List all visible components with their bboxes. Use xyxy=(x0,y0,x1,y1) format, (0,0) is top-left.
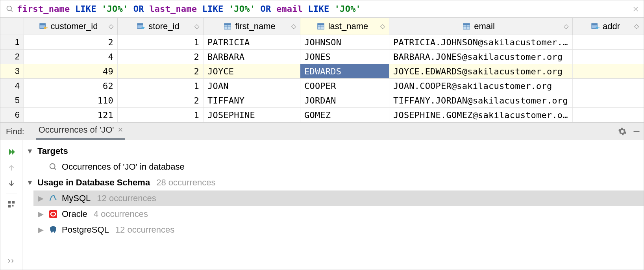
cell-first_name[interactable]: JOSEPHINE xyxy=(204,108,300,122)
cell-customer_id[interactable]: 110 xyxy=(24,93,118,107)
grid-header: customer_id◇store_id◇first_name◇last_nam… xyxy=(0,18,644,35)
cell-email[interactable]: JOAN.COOPER@sakilacustomer.org xyxy=(389,79,573,93)
column-header-addr[interactable]: addr◇ xyxy=(573,18,643,35)
column-header-store_id[interactable]: store_id◇ xyxy=(118,18,204,35)
svg-rect-31 xyxy=(8,205,10,207)
cell-last_name[interactable]: JONES xyxy=(300,50,389,64)
cell-store_id[interactable]: 1 xyxy=(118,108,204,122)
cell-email[interactable]: JOSEPHINE.GOMEZ@sakilacustomer.o… xyxy=(389,108,573,122)
cell-last_name[interactable]: JORDAN xyxy=(300,93,389,107)
svg-point-33 xyxy=(50,164,55,169)
tree-usage[interactable]: ▼ Usage in Database Schema 28 occurrence… xyxy=(22,175,644,190)
rerun-icon[interactable] xyxy=(4,145,19,159)
sort-icon[interactable]: ◇ xyxy=(564,26,568,27)
sort-icon[interactable]: ◇ xyxy=(194,26,199,27)
close-icon[interactable] xyxy=(631,4,640,14)
tree-targets[interactable]: ▼ Targets xyxy=(22,143,644,159)
tree-targets-item[interactable]: Occurrences of 'JO' in database xyxy=(33,159,644,175)
row-number: 4 xyxy=(0,79,24,93)
chevron-down-icon: ▼ xyxy=(26,147,33,155)
table-row[interactable]: 3492JOYCEEDWARDSJOYCE.EDWARDS@sakilacust… xyxy=(0,64,644,79)
cell-customer_id[interactable]: 121 xyxy=(24,108,118,122)
cell-addr[interactable] xyxy=(573,79,643,93)
previous-icon[interactable] xyxy=(4,161,19,175)
cell-customer_id[interactable]: 4 xyxy=(24,50,118,64)
column-header-first_name[interactable]: first_name◇ xyxy=(204,18,300,35)
column-header-customer_id[interactable]: customer_id◇ xyxy=(24,18,118,35)
column-header-email[interactable]: email◇ xyxy=(389,18,573,35)
column-header-last_name[interactable]: last_name◇ xyxy=(300,18,389,35)
cell-last_name[interactable]: EDWARDS xyxy=(300,64,389,78)
tree-source-postgresql[interactable]: ▶PostgreSQL12 occurrences xyxy=(33,222,644,238)
cell-first_name[interactable]: BARBARA xyxy=(204,50,300,64)
table-row[interactable]: 121PATRICIAJOHNSONPATRICIA.JOHNSON@sakil… xyxy=(0,35,644,50)
row-number: 6 xyxy=(0,108,24,122)
svg-rect-9 xyxy=(137,23,143,25)
cell-last_name[interactable]: JOHNSON xyxy=(300,35,389,49)
cell-store_id[interactable]: 1 xyxy=(118,79,204,93)
cell-customer_id[interactable]: 49 xyxy=(24,64,118,78)
cell-email[interactable]: BARBARA.JONES@sakilacustomer.org xyxy=(389,50,573,64)
tree-usage-count: 28 occurrences xyxy=(156,178,215,188)
cell-store_id[interactable]: 1 xyxy=(118,35,204,49)
cell-customer_id[interactable]: 2 xyxy=(24,35,118,49)
cell-addr[interactable] xyxy=(573,35,643,49)
tree-source-mysql[interactable]: ▶MySQL12 occurrences xyxy=(33,190,644,206)
cell-first_name[interactable]: TIFFANY xyxy=(204,93,300,107)
row-number: 3 xyxy=(0,64,24,78)
cell-store_id[interactable]: 2 xyxy=(118,64,204,78)
next-icon[interactable] xyxy=(4,176,19,190)
cell-store_id[interactable]: 2 xyxy=(118,50,204,64)
tree-targets-label: Targets xyxy=(37,146,68,156)
cell-first_name[interactable]: PATRICIA xyxy=(204,35,300,49)
svg-line-34 xyxy=(54,168,56,170)
sort-icon[interactable]: ◇ xyxy=(634,26,639,27)
svg-rect-5 xyxy=(39,23,45,25)
tree-usage-label: Usage in Database Schema xyxy=(37,178,150,188)
find-label: Find: xyxy=(6,127,24,136)
svg-point-35 xyxy=(51,196,52,197)
svg-rect-29 xyxy=(8,201,10,203)
svg-rect-11 xyxy=(144,27,146,28)
chevron-right-icon: ▶ xyxy=(37,194,44,203)
tree-source-oracle[interactable]: ▶Oracle4 occurrences xyxy=(33,206,644,222)
cell-email[interactable]: JOYCE.EDWARDS@sakilacustomer.org xyxy=(389,64,573,78)
sort-icon[interactable]: ◇ xyxy=(109,26,113,27)
postgres-icon xyxy=(48,225,58,235)
filter-input[interactable]: first_name LIKE 'JO%' OR last_name LIKE … xyxy=(17,4,631,14)
sort-icon[interactable]: ◇ xyxy=(291,26,296,27)
cell-addr[interactable] xyxy=(573,50,643,64)
find-tab[interactable]: Occurrences of 'JO' × xyxy=(36,123,126,140)
table-row[interactable]: 242BARBARAJONESBARBARA.JONES@sakilacusto… xyxy=(0,50,644,64)
chevron-down-icon: ▼ xyxy=(26,179,33,187)
cell-addr[interactable] xyxy=(573,64,643,78)
cell-email[interactable]: PATRICIA.JOHNSON@sakilacustomer.… xyxy=(389,35,573,49)
cell-first_name[interactable]: JOAN xyxy=(204,79,300,93)
search-icon xyxy=(4,4,15,15)
cell-store_id[interactable]: 2 xyxy=(118,93,204,107)
row-num-header xyxy=(0,18,24,35)
find-tab-title: Occurrences of 'JO' xyxy=(39,125,114,135)
cell-addr[interactable] xyxy=(573,93,643,107)
svg-rect-25 xyxy=(592,23,598,25)
svg-rect-30 xyxy=(12,201,14,203)
cell-email[interactable]: TIFFANY.JORDAN@sakilacustomer.org xyxy=(389,93,573,107)
minimize-icon[interactable] xyxy=(629,128,644,135)
cell-last_name[interactable]: GOMEZ xyxy=(300,108,389,122)
sort-icon[interactable]: ◇ xyxy=(380,26,385,27)
filter-bar: first_name LIKE 'JO%' OR last_name LIKE … xyxy=(0,0,644,18)
table-row[interactable]: 4621JOANCOOPERJOAN.COOPER@sakilacustomer… xyxy=(0,79,644,93)
cell-last_name[interactable]: COOPER xyxy=(300,79,389,93)
result-grid: customer_id◇store_id◇first_name◇last_nam… xyxy=(0,18,644,122)
cell-customer_id[interactable]: 62 xyxy=(24,79,118,93)
find-tree: ▼ Targets Occurrences of 'JO' in databas… xyxy=(22,140,644,270)
find-panel-body: ›› ▼ Targets Occurrences of 'JO' in data… xyxy=(0,140,644,270)
layout-icon[interactable] xyxy=(4,197,19,211)
close-icon[interactable]: × xyxy=(118,126,123,134)
cell-first_name[interactable]: JOYCE xyxy=(204,64,300,78)
table-row[interactable]: 61211JOSEPHINEGOMEZJOSEPHINE.GOMEZ@sakil… xyxy=(0,108,644,122)
more-icon[interactable]: ›› xyxy=(8,256,15,265)
gear-icon[interactable] xyxy=(615,127,629,136)
cell-addr[interactable] xyxy=(573,108,643,122)
table-row[interactable]: 51102TIFFANYJORDANTIFFANY.JORDAN@sakilac… xyxy=(0,93,644,108)
